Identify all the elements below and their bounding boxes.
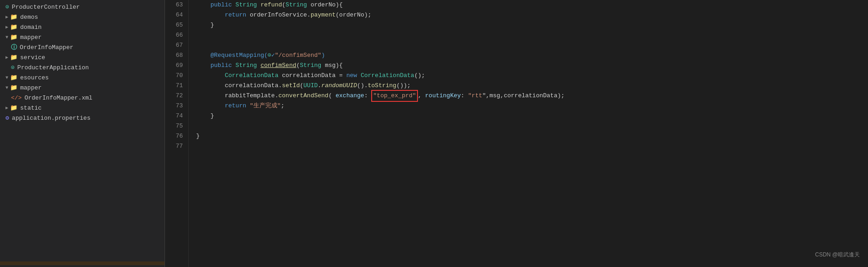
sidebar-item-label: application.properties xyxy=(12,115,91,122)
chevron-icon xyxy=(5,14,8,20)
sidebar-item-service[interactable]: 📁 service xyxy=(0,52,165,62)
folder-icon: 📁 xyxy=(10,33,17,41)
code-container: ● 63 64 65 66 67 68 ● 69 70 71 💡 72 73 7… xyxy=(165,0,868,267)
line-75: 75 xyxy=(165,121,183,131)
code-line-69: public String confimSend(String msg){ xyxy=(196,61,868,71)
sidebar-item-domain[interactable]: 📁 domain xyxy=(0,22,165,32)
chevron-icon xyxy=(5,35,8,40)
code-line-65: } xyxy=(196,20,868,30)
code-line-72: rabbitTemplate.convertAndSend( exchange:… xyxy=(196,91,868,101)
sidebar-item-order-info-mapper-xml[interactable]: </> OrderInfoMapper.xml xyxy=(0,93,165,103)
sidebar-item-label: demos xyxy=(20,14,38,21)
sidebar-item-label: domain xyxy=(20,24,42,31)
line-71: 71 xyxy=(165,81,183,91)
line-68: 68 xyxy=(165,50,183,61)
line-72: 💡 72 xyxy=(165,91,183,101)
folder-icon: 📁 xyxy=(10,104,17,111)
line-77: 77 xyxy=(165,141,183,151)
code-line-75 xyxy=(196,121,868,131)
sidebar-item-producter-controller[interactable]: ⊙ ProducterController xyxy=(0,2,165,12)
sidebar-item-label: mapper xyxy=(20,34,42,41)
sidebar-item-application-properties[interactable]: ⚙ application.properties xyxy=(0,113,165,123)
chevron-icon xyxy=(5,24,8,30)
code-line-63: public String refund(String orderNo){ xyxy=(196,0,868,10)
code-line-66 xyxy=(196,30,868,40)
xml-icon: </> xyxy=(11,95,22,101)
code-line-74: } xyxy=(196,111,868,121)
sidebar-item-label: OrderInfoMapper.xml xyxy=(24,95,92,101)
code-line-67 xyxy=(196,40,868,50)
line-76: 76 xyxy=(165,131,183,141)
chevron-icon xyxy=(5,105,8,111)
line-67: 67 xyxy=(165,40,183,50)
sidebar-item-label: OrderInfoMapper xyxy=(20,44,73,51)
code-line-68: @RequestMapping(⊙✓"/confimSend") xyxy=(196,50,868,61)
sidebar-item-label: ProducterController xyxy=(12,4,80,11)
code-line-77 xyxy=(196,141,868,151)
line-65: 65 xyxy=(165,20,183,30)
watermark: CSDN @暗武逢天 xyxy=(815,251,860,259)
folder-icon: 📁 xyxy=(10,23,17,31)
sidebar-item-mapper[interactable]: 📁 mapper xyxy=(0,32,165,42)
sidebar-item-producter-application[interactable]: ⊙ ProducterApplication xyxy=(0,62,165,72)
sidebar-item-demos[interactable]: 📁 demos xyxy=(0,12,165,22)
folder-icon: 📁 xyxy=(10,84,17,91)
sidebar: ⊙ ProducterController 📁 demos 📁 domain 📁… xyxy=(0,0,165,267)
sidebar-item-label: static xyxy=(20,105,42,111)
sidebar-horizontal-scrollbar[interactable] xyxy=(0,261,165,265)
sidebar-item-resources[interactable]: 📁 esources xyxy=(0,72,165,83)
interface-icon: ⓘ xyxy=(11,43,17,51)
line-70: 70 xyxy=(165,71,183,81)
properties-icon: ⚙ xyxy=(5,114,9,122)
circle-c-icon: ⊙ xyxy=(5,3,9,11)
editor-area: ● 63 64 65 66 67 68 ● 69 70 71 💡 72 73 7… xyxy=(165,0,868,267)
line-64: 64 xyxy=(165,10,183,20)
chevron-icon xyxy=(5,85,8,90)
line-63: ● 63 xyxy=(165,0,183,10)
sidebar-item-label: mapper xyxy=(20,84,42,91)
sidebar-item-static[interactable]: 📁 static xyxy=(0,103,165,113)
folder-icon: 📁 xyxy=(10,74,17,81)
code-line-71: correlationData.setId(UUID.randomUUID().… xyxy=(196,81,868,91)
highlight-string-top-ex-prd: "top_ex_prd" xyxy=(371,90,418,102)
line-66: 66 xyxy=(165,30,183,40)
code-content: public String refund(String orderNo){ re… xyxy=(189,0,868,267)
chevron-icon xyxy=(5,55,8,60)
sidebar-item-mapper2[interactable]: 📁 mapper xyxy=(0,83,165,93)
code-line-64: return orderInfoService.payment(orderNo)… xyxy=(196,10,868,20)
chevron-icon xyxy=(5,75,8,80)
line-numbers: ● 63 64 65 66 67 68 ● 69 70 71 💡 72 73 7… xyxy=(165,0,189,267)
circle-c-alt-icon: ⊙ xyxy=(11,64,15,71)
sidebar-item-label: service xyxy=(20,54,45,61)
line-69: ● 69 xyxy=(165,61,183,71)
line-74: 74 xyxy=(165,111,183,121)
code-line-70: CorrelationData correlationData = new Co… xyxy=(196,71,868,81)
sidebar-item-order-info-mapper[interactable]: ⓘ OrderInfoMapper xyxy=(0,42,165,52)
code-line-73: return "生产完成"; xyxy=(196,101,868,111)
folder-icon: 📁 xyxy=(10,13,17,21)
folder-icon: 📁 xyxy=(10,54,17,61)
sidebar-item-label: ProducterApplication xyxy=(17,64,89,71)
sidebar-item-label: esources xyxy=(20,74,49,81)
code-line-76: } xyxy=(196,131,868,141)
line-73: 73 xyxy=(165,101,183,111)
